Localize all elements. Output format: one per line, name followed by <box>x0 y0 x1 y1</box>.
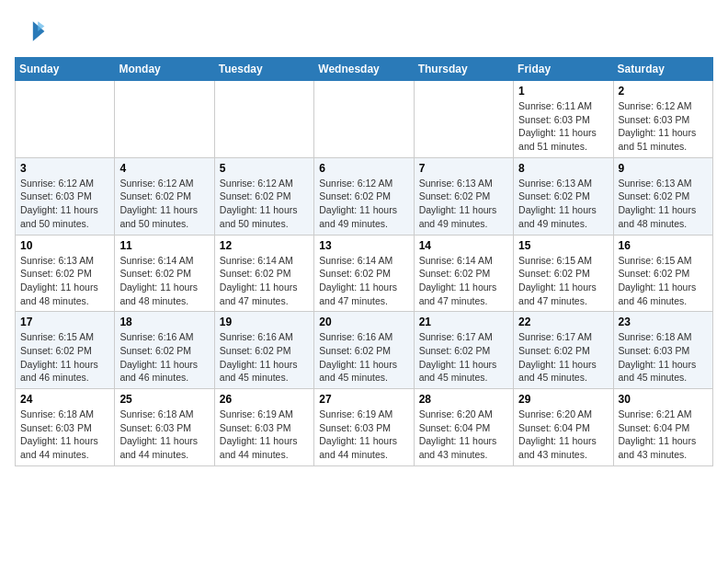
day-number: 4 <box>119 162 209 175</box>
day-info: Sunrise: 6:14 AM Sunset: 6:02 PM Dayligh… <box>220 254 309 308</box>
day-info: Sunrise: 6:15 AM Sunset: 6:02 PM Dayligh… <box>619 254 708 308</box>
calendar-cell: 18Sunrise: 6:16 AM Sunset: 6:02 PM Dayli… <box>115 312 214 389</box>
day-number: 2 <box>619 85 708 98</box>
day-number: 13 <box>319 239 408 252</box>
day-number: 27 <box>319 393 408 406</box>
day-info: Sunrise: 6:13 AM Sunset: 6:02 PM Dayligh… <box>619 177 708 231</box>
day-info: Sunrise: 6:19 AM Sunset: 6:03 PM Dayligh… <box>319 408 408 462</box>
day-info: Sunrise: 6:14 AM Sunset: 6:02 PM Dayligh… <box>419 254 508 308</box>
calendar-cell: 10Sunrise: 6:13 AM Sunset: 6:02 PM Dayli… <box>16 235 115 312</box>
day-info: Sunrise: 6:15 AM Sunset: 6:02 PM Dayligh… <box>20 330 109 385</box>
day-info: Sunrise: 6:19 AM Sunset: 6:03 PM Dayligh… <box>220 408 309 462</box>
day-info: Sunrise: 6:12 AM Sunset: 6:03 PM Dayligh… <box>619 99 708 154</box>
day-number: 16 <box>619 239 708 252</box>
calendar-cell: 5Sunrise: 6:12 AM Sunset: 6:02 PM Daylig… <box>214 157 313 235</box>
calendar-week-row: 17Sunrise: 6:15 AM Sunset: 6:02 PM Dayli… <box>16 312 713 389</box>
day-number: 26 <box>220 393 309 406</box>
day-info: Sunrise: 6:18 AM Sunset: 6:03 PM Dayligh… <box>119 408 209 462</box>
calendar-cell: 2Sunrise: 6:12 AM Sunset: 6:03 PM Daylig… <box>613 81 712 158</box>
day-info: Sunrise: 6:20 AM Sunset: 6:04 PM Dayligh… <box>419 408 508 462</box>
calendar-cell <box>214 81 313 158</box>
day-info: Sunrise: 6:12 AM Sunset: 6:03 PM Dayligh… <box>20 177 109 231</box>
day-info: Sunrise: 6:11 AM Sunset: 6:03 PM Dayligh… <box>518 99 608 154</box>
day-number: 22 <box>518 316 608 328</box>
logo-icon <box>15 15 48 48</box>
day-number: 8 <box>518 162 608 175</box>
calendar-cell: 4Sunrise: 6:12 AM Sunset: 6:02 PM Daylig… <box>115 157 214 235</box>
day-number: 19 <box>220 316 309 328</box>
calendar-cell: 30Sunrise: 6:21 AM Sunset: 6:04 PM Dayli… <box>613 389 712 466</box>
calendar-cell: 9Sunrise: 6:13 AM Sunset: 6:02 PM Daylig… <box>613 157 712 235</box>
day-info: Sunrise: 6:15 AM Sunset: 6:02 PM Dayligh… <box>518 254 608 308</box>
day-number: 5 <box>220 162 309 175</box>
calendar-week-row: 1Sunrise: 6:11 AM Sunset: 6:03 PM Daylig… <box>16 81 713 158</box>
calendar-cell: 13Sunrise: 6:14 AM Sunset: 6:02 PM Dayli… <box>314 235 414 312</box>
calendar-cell: 29Sunrise: 6:20 AM Sunset: 6:04 PM Dayli… <box>514 389 613 466</box>
day-info: Sunrise: 6:12 AM Sunset: 6:02 PM Dayligh… <box>119 177 209 231</box>
calendar-cell: 22Sunrise: 6:17 AM Sunset: 6:02 PM Dayli… <box>514 312 613 389</box>
day-info: Sunrise: 6:17 AM Sunset: 6:02 PM Dayligh… <box>419 330 508 385</box>
calendar-cell: 11Sunrise: 6:14 AM Sunset: 6:02 PM Dayli… <box>115 235 214 312</box>
day-number: 3 <box>20 162 109 175</box>
day-number: 9 <box>619 162 708 175</box>
day-info: Sunrise: 6:16 AM Sunset: 6:02 PM Dayligh… <box>319 330 408 385</box>
day-info: Sunrise: 6:20 AM Sunset: 6:04 PM Dayligh… <box>518 408 608 462</box>
day-number: 17 <box>20 316 109 328</box>
day-of-week-header: Monday <box>115 58 214 81</box>
day-number: 25 <box>119 393 209 406</box>
day-of-week-header: Tuesday <box>214 58 313 81</box>
calendar-cell: 16Sunrise: 6:15 AM Sunset: 6:02 PM Dayli… <box>613 235 712 312</box>
calendar-cell: 1Sunrise: 6:11 AM Sunset: 6:03 PM Daylig… <box>514 81 613 158</box>
day-info: Sunrise: 6:21 AM Sunset: 6:04 PM Dayligh… <box>619 408 708 462</box>
day-info: Sunrise: 6:14 AM Sunset: 6:02 PM Dayligh… <box>319 254 408 308</box>
page-header <box>15 15 713 48</box>
calendar-table: SundayMondayTuesdayWednesdayThursdayFrid… <box>15 57 713 466</box>
day-of-week-header: Sunday <box>16 58 115 81</box>
day-number: 10 <box>20 239 109 252</box>
calendar-cell <box>414 81 513 158</box>
day-number: 7 <box>419 162 508 175</box>
day-number: 28 <box>419 393 508 406</box>
day-number: 11 <box>119 239 209 252</box>
day-number: 23 <box>619 316 708 328</box>
calendar-cell <box>314 81 414 158</box>
day-number: 24 <box>20 393 109 406</box>
calendar-cell: 27Sunrise: 6:19 AM Sunset: 6:03 PM Dayli… <box>314 389 414 466</box>
day-number: 20 <box>319 316 408 328</box>
logo <box>15 15 53 48</box>
day-number: 12 <box>220 239 309 252</box>
day-info: Sunrise: 6:16 AM Sunset: 6:02 PM Dayligh… <box>119 330 209 385</box>
calendar-cell: 21Sunrise: 6:17 AM Sunset: 6:02 PM Dayli… <box>414 312 513 389</box>
day-of-week-header: Friday <box>514 58 613 81</box>
day-of-week-header: Thursday <box>414 58 513 81</box>
day-info: Sunrise: 6:13 AM Sunset: 6:02 PM Dayligh… <box>419 177 508 231</box>
calendar-cell: 15Sunrise: 6:15 AM Sunset: 6:02 PM Dayli… <box>514 235 613 312</box>
day-number: 30 <box>619 393 708 406</box>
calendar-cell: 20Sunrise: 6:16 AM Sunset: 6:02 PM Dayli… <box>314 312 414 389</box>
day-number: 15 <box>518 239 608 252</box>
calendar-header-row: SundayMondayTuesdayWednesdayThursdayFrid… <box>16 58 713 81</box>
calendar-week-row: 24Sunrise: 6:18 AM Sunset: 6:03 PM Dayli… <box>16 389 713 466</box>
calendar-cell: 7Sunrise: 6:13 AM Sunset: 6:02 PM Daylig… <box>414 157 513 235</box>
day-of-week-header: Wednesday <box>314 58 414 81</box>
calendar-cell <box>115 81 214 158</box>
day-info: Sunrise: 6:18 AM Sunset: 6:03 PM Dayligh… <box>619 330 708 385</box>
day-number: 29 <box>518 393 608 406</box>
calendar-cell: 6Sunrise: 6:12 AM Sunset: 6:02 PM Daylig… <box>314 157 414 235</box>
calendar-cell: 25Sunrise: 6:18 AM Sunset: 6:03 PM Dayli… <box>115 389 214 466</box>
calendar-week-row: 3Sunrise: 6:12 AM Sunset: 6:03 PM Daylig… <box>16 157 713 235</box>
calendar-cell: 28Sunrise: 6:20 AM Sunset: 6:04 PM Dayli… <box>414 389 513 466</box>
calendar-cell: 23Sunrise: 6:18 AM Sunset: 6:03 PM Dayli… <box>613 312 712 389</box>
calendar-cell: 8Sunrise: 6:13 AM Sunset: 6:02 PM Daylig… <box>514 157 613 235</box>
calendar-cell: 3Sunrise: 6:12 AM Sunset: 6:03 PM Daylig… <box>16 157 115 235</box>
day-info: Sunrise: 6:13 AM Sunset: 6:02 PM Dayligh… <box>518 177 608 231</box>
calendar-cell <box>16 81 115 158</box>
day-of-week-header: Saturday <box>613 58 712 81</box>
day-number: 18 <box>119 316 209 328</box>
day-info: Sunrise: 6:16 AM Sunset: 6:02 PM Dayligh… <box>220 330 309 385</box>
calendar-cell: 26Sunrise: 6:19 AM Sunset: 6:03 PM Dayli… <box>214 389 313 466</box>
day-number: 21 <box>419 316 508 328</box>
calendar-cell: 24Sunrise: 6:18 AM Sunset: 6:03 PM Dayli… <box>16 389 115 466</box>
day-number: 6 <box>319 162 408 175</box>
day-info: Sunrise: 6:12 AM Sunset: 6:02 PM Dayligh… <box>319 177 408 231</box>
